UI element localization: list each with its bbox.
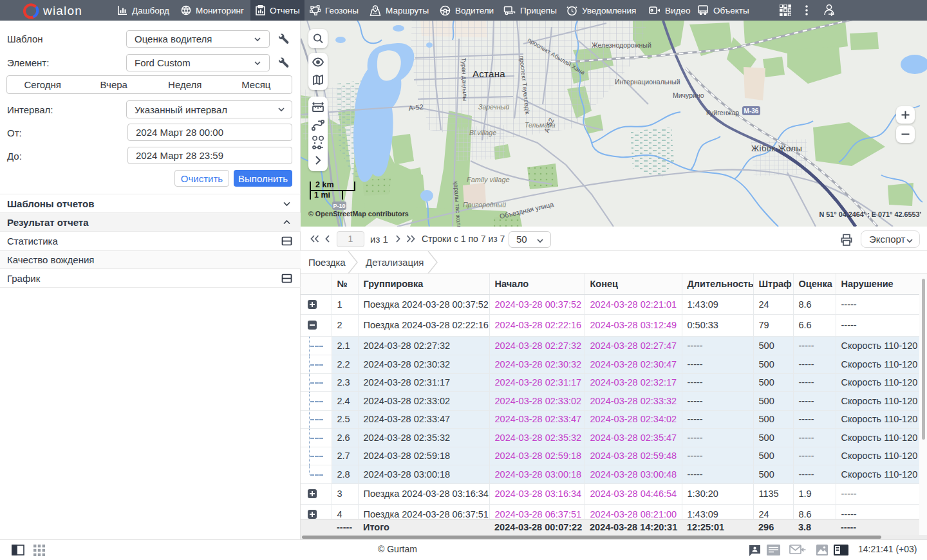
svg-text:Bl.village: Bl.village xyxy=(469,129,496,136)
svg-text:Family village: Family village xyxy=(467,176,510,183)
svg-text:Пригородный: Пригородный xyxy=(463,201,506,209)
svg-text:Заречный: Заречный xyxy=(478,103,509,111)
svg-text:Туран даңғылы: Туран даңғылы xyxy=(460,58,469,102)
svg-text:Мичурино: Мичурино xyxy=(673,91,704,99)
svg-text:Железнодорожный: Железнодорожный xyxy=(592,41,651,49)
svg-text:Куйгенжар: Куйгенжар xyxy=(706,109,739,117)
svg-text:Астана: Астана xyxy=(473,68,505,79)
svg-text:wialon: wialon xyxy=(42,4,82,17)
svg-text:Жібек Жолы: Жібек Жолы xyxy=(751,144,802,153)
svg-text:Интернациональный: Интернациональный xyxy=(615,78,680,86)
svg-text:М-36: М-36 xyxy=(744,107,759,115)
svg-text:А-52: А-52 xyxy=(408,103,424,112)
